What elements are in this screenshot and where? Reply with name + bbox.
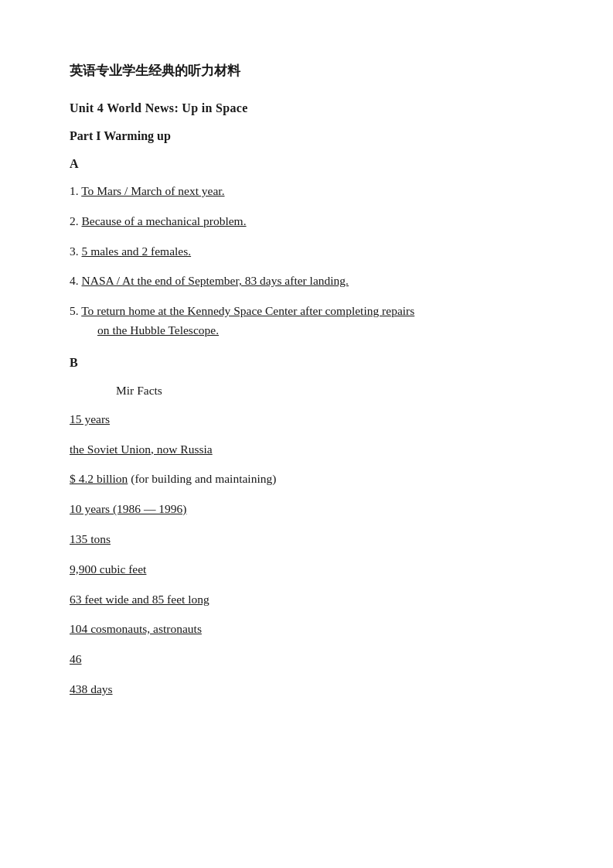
q2-answer: Because of a mechanical problem. [82,214,247,227]
q4-number: 4. [70,274,82,287]
fact-1-underlined: the Soviet Union, now Russia [70,443,213,456]
fact-8-underlined: 46 [70,652,82,665]
q4-answer: NASA / At the end of September, 83 days … [82,274,349,287]
fact-2-underlined: $ 4.2 billion [70,472,128,485]
q1-number: 1. [70,184,81,197]
fact-7-underlined: 104 cosmonauts, astronauts [70,622,202,635]
fact-6-underlined: 63 feet wide and 85 feet long [70,593,209,606]
fact-3-underlined: 10 years (1986 — 1996) [70,502,187,515]
part-title: Part I Warming up [70,129,543,143]
q3-number: 3. [70,244,82,258]
fact-item-0: 15 years [70,410,543,429]
unit-title: Unit 4 World News: Up in Space [70,101,543,115]
q5-number: 5. [70,304,81,317]
fact-item-8: 46 [70,650,543,669]
question-item-4: 4. NASA / At the end of September, 83 da… [70,272,543,291]
question-list: 1. To Mars / March of next year. 2. Beca… [70,182,543,340]
fact-item-1: the Soviet Union, now Russia [70,440,543,460]
fact-9-underlined: 438 days [70,682,113,695]
section-a-label: A [70,157,543,171]
q1-answer: To Mars / March of next year. [81,184,224,197]
q2-number: 2. [70,214,82,227]
page-title: 英语专业学生经典的听力材料 [70,62,543,80]
q5-answer-line2: on the Hubble Telescope. [97,323,219,337]
fact-item-6: 63 feet wide and 85 feet long [70,590,543,610]
question-item-3: 3. 5 males and 2 females. [70,242,543,261]
fact-item-4: 135 tons [70,530,543,549]
fact-5-underlined: 9,900 cubic feet [70,562,146,576]
fact-2-extra: (for building and maintaining) [128,472,276,485]
fact-4-underlined: 135 tons [70,532,111,545]
fact-item-7: 104 cosmonauts, astronauts [70,620,543,639]
fact-item-3: 10 years (1986 — 1996) [70,500,543,519]
q3-answer: 5 males and 2 females. [82,244,192,258]
fact-item-9: 438 days [70,680,543,699]
fact-0-underlined: 15 years [70,412,110,425]
mir-facts-title: Mir Facts [70,384,543,398]
question-item-1: 1. To Mars / March of next year. [70,182,543,201]
fact-item-5: 9,900 cubic feet [70,560,543,579]
section-b-label: B [70,356,543,370]
q5-answer-line1: To return home at the Kennedy Space Cent… [81,304,414,317]
question-item-2: 2. Because of a mechanical problem. [70,212,543,231]
question-item-5: 5. To return home at the Kennedy Space C… [70,302,543,340]
fact-item-2: $ 4.2 billion (for building and maintain… [70,470,543,489]
